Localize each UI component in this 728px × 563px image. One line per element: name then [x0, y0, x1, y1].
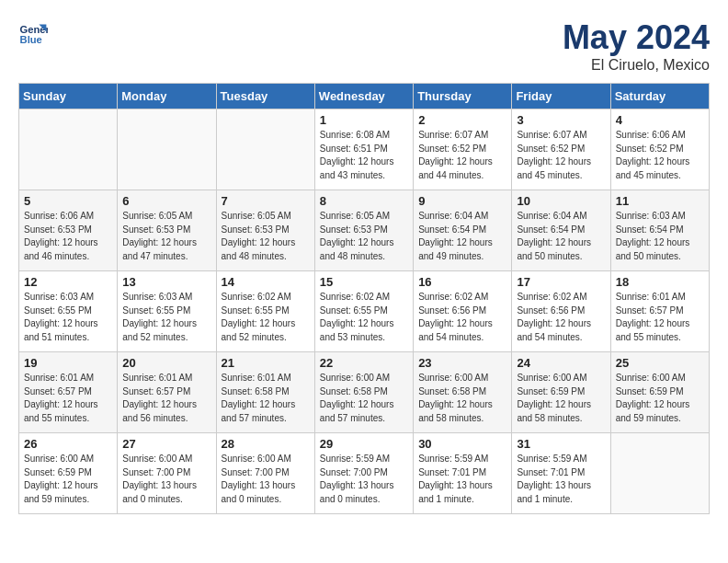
day-info: Sunrise: 6:01 AM Sunset: 6:58 PM Dayligh…	[222, 372, 310, 425]
calendar-cell: 1Sunrise: 6:08 AM Sunset: 6:51 PM Daylig…	[314, 109, 413, 190]
calendar-week: 12Sunrise: 6:03 AM Sunset: 6:55 PM Dayli…	[19, 271, 710, 352]
day-info: Sunrise: 6:01 AM Sunset: 6:57 PM Dayligh…	[24, 372, 112, 425]
calendar-cell: 4Sunrise: 6:06 AM Sunset: 6:52 PM Daylig…	[610, 109, 709, 190]
day-number: 31	[517, 437, 605, 451]
svg-text:Blue: Blue	[20, 34, 42, 45]
day-info: Sunrise: 6:06 AM Sunset: 6:52 PM Dayligh…	[616, 129, 704, 182]
calendar-week: 5Sunrise: 6:06 AM Sunset: 6:53 PM Daylig…	[19, 190, 710, 271]
weekday-header: Monday	[118, 84, 216, 109]
day-info: Sunrise: 6:05 AM Sunset: 6:53 PM Dayligh…	[122, 210, 210, 263]
weekday-header: Sunday	[19, 84, 118, 109]
day-number: 7	[222, 194, 310, 208]
day-number: 4	[616, 113, 704, 127]
day-info: Sunrise: 6:06 AM Sunset: 6:53 PM Dayligh…	[24, 210, 112, 263]
calendar-table: SundayMondayTuesdayWednesdayThursdayFrid…	[18, 83, 710, 514]
day-number: 8	[320, 194, 408, 208]
calendar-cell: 31Sunrise: 5:59 AM Sunset: 7:01 PM Dayli…	[512, 433, 610, 514]
calendar-cell: 9Sunrise: 6:04 AM Sunset: 6:54 PM Daylig…	[414, 190, 512, 271]
day-info: Sunrise: 6:03 AM Sunset: 6:55 PM Dayligh…	[122, 291, 210, 344]
day-info: Sunrise: 6:07 AM Sunset: 6:52 PM Dayligh…	[517, 129, 605, 182]
calendar-cell: 6Sunrise: 6:05 AM Sunset: 6:53 PM Daylig…	[118, 190, 216, 271]
calendar-cell	[610, 433, 709, 514]
day-number: 13	[122, 275, 210, 289]
day-number: 3	[517, 113, 605, 127]
day-number: 25	[616, 356, 704, 370]
weekday-header: Thursday	[414, 84, 512, 109]
day-info: Sunrise: 6:05 AM Sunset: 6:53 PM Dayligh…	[222, 210, 310, 263]
calendar-cell: 8Sunrise: 6:05 AM Sunset: 6:53 PM Daylig…	[314, 190, 413, 271]
calendar-cell: 21Sunrise: 6:01 AM Sunset: 6:58 PM Dayli…	[216, 352, 314, 433]
weekday-header: Tuesday	[216, 84, 314, 109]
calendar-cell: 26Sunrise: 6:00 AM Sunset: 6:59 PM Dayli…	[19, 433, 118, 514]
calendar-cell: 14Sunrise: 6:02 AM Sunset: 6:55 PM Dayli…	[216, 271, 314, 352]
calendar-cell: 3Sunrise: 6:07 AM Sunset: 6:52 PM Daylig…	[512, 109, 610, 190]
day-number: 24	[517, 356, 605, 370]
day-info: Sunrise: 6:00 AM Sunset: 7:00 PM Dayligh…	[222, 453, 310, 506]
day-info: Sunrise: 6:00 AM Sunset: 6:58 PM Dayligh…	[320, 372, 408, 425]
day-number: 14	[222, 275, 310, 289]
weekday-header: Wednesday	[314, 84, 413, 109]
calendar-cell: 28Sunrise: 6:00 AM Sunset: 7:00 PM Dayli…	[216, 433, 314, 514]
calendar-cell: 17Sunrise: 6:02 AM Sunset: 6:56 PM Dayli…	[512, 271, 610, 352]
day-info: Sunrise: 5:59 AM Sunset: 7:01 PM Dayligh…	[418, 453, 506, 506]
day-number: 10	[517, 194, 605, 208]
calendar-cell: 10Sunrise: 6:04 AM Sunset: 6:54 PM Dayli…	[512, 190, 610, 271]
calendar-cell: 15Sunrise: 6:02 AM Sunset: 6:55 PM Dayli…	[314, 271, 413, 352]
day-number: 18	[616, 275, 704, 289]
day-number: 22	[320, 356, 408, 370]
day-info: Sunrise: 6:01 AM Sunset: 6:57 PM Dayligh…	[122, 372, 210, 425]
logo-icon: General Blue	[18, 18, 48, 48]
day-info: Sunrise: 6:00 AM Sunset: 6:58 PM Dayligh…	[418, 372, 506, 425]
day-info: Sunrise: 6:03 AM Sunset: 6:55 PM Dayligh…	[24, 291, 112, 344]
day-number: 19	[24, 356, 112, 370]
day-number: 20	[122, 356, 210, 370]
day-info: Sunrise: 6:05 AM Sunset: 6:53 PM Dayligh…	[320, 210, 408, 263]
logo: General Blue	[18, 18, 48, 48]
day-number: 2	[418, 113, 506, 127]
calendar-cell: 22Sunrise: 6:00 AM Sunset: 6:58 PM Dayli…	[314, 352, 413, 433]
title-block: May 2024 El Ciruelo, Mexico	[563, 18, 710, 74]
calendar-cell: 30Sunrise: 5:59 AM Sunset: 7:01 PM Dayli…	[414, 433, 512, 514]
calendar-week: 19Sunrise: 6:01 AM Sunset: 6:57 PM Dayli…	[19, 352, 710, 433]
day-number: 30	[418, 437, 506, 451]
day-info: Sunrise: 6:02 AM Sunset: 6:55 PM Dayligh…	[222, 291, 310, 344]
day-number: 6	[122, 194, 210, 208]
calendar-week: 1Sunrise: 6:08 AM Sunset: 6:51 PM Daylig…	[19, 109, 710, 190]
day-info: Sunrise: 6:00 AM Sunset: 6:59 PM Dayligh…	[616, 372, 704, 425]
calendar-cell: 27Sunrise: 6:00 AM Sunset: 7:00 PM Dayli…	[118, 433, 216, 514]
day-number: 12	[24, 275, 112, 289]
calendar-cell: 19Sunrise: 6:01 AM Sunset: 6:57 PM Dayli…	[19, 352, 118, 433]
location: El Ciruelo, Mexico	[563, 57, 710, 74]
day-info: Sunrise: 6:07 AM Sunset: 6:52 PM Dayligh…	[418, 129, 506, 182]
weekday-header: Saturday	[610, 84, 709, 109]
calendar-cell: 24Sunrise: 6:00 AM Sunset: 6:59 PM Dayli…	[512, 352, 610, 433]
day-info: Sunrise: 6:00 AM Sunset: 7:00 PM Dayligh…	[122, 453, 210, 506]
calendar-cell: 25Sunrise: 6:00 AM Sunset: 6:59 PM Dayli…	[610, 352, 709, 433]
calendar-cell: 11Sunrise: 6:03 AM Sunset: 6:54 PM Dayli…	[610, 190, 709, 271]
day-info: Sunrise: 6:01 AM Sunset: 6:57 PM Dayligh…	[616, 291, 704, 344]
day-info: Sunrise: 5:59 AM Sunset: 7:01 PM Dayligh…	[517, 453, 605, 506]
day-number: 1	[320, 113, 408, 127]
day-info: Sunrise: 6:08 AM Sunset: 6:51 PM Dayligh…	[320, 129, 408, 182]
month-year: May 2024	[563, 18, 710, 57]
day-number: 21	[222, 356, 310, 370]
calendar-cell: 7Sunrise: 6:05 AM Sunset: 6:53 PM Daylig…	[216, 190, 314, 271]
calendar-cell: 23Sunrise: 6:00 AM Sunset: 6:58 PM Dayli…	[414, 352, 512, 433]
day-info: Sunrise: 6:03 AM Sunset: 6:54 PM Dayligh…	[616, 210, 704, 263]
day-info: Sunrise: 6:00 AM Sunset: 6:59 PM Dayligh…	[517, 372, 605, 425]
calendar-cell: 16Sunrise: 6:02 AM Sunset: 6:56 PM Dayli…	[414, 271, 512, 352]
calendar-cell: 5Sunrise: 6:06 AM Sunset: 6:53 PM Daylig…	[19, 190, 118, 271]
day-info: Sunrise: 6:00 AM Sunset: 6:59 PM Dayligh…	[24, 453, 112, 506]
day-info: Sunrise: 6:02 AM Sunset: 6:56 PM Dayligh…	[418, 291, 506, 344]
day-number: 9	[418, 194, 506, 208]
calendar-cell	[19, 109, 118, 190]
day-number: 26	[24, 437, 112, 451]
calendar-cell: 18Sunrise: 6:01 AM Sunset: 6:57 PM Dayli…	[610, 271, 709, 352]
calendar-cell	[216, 109, 314, 190]
day-number: 5	[24, 194, 112, 208]
calendar-cell: 2Sunrise: 6:07 AM Sunset: 6:52 PM Daylig…	[414, 109, 512, 190]
calendar-cell: 20Sunrise: 6:01 AM Sunset: 6:57 PM Dayli…	[118, 352, 216, 433]
page-header: General Blue May 2024 El Ciruelo, Mexico	[18, 18, 710, 74]
day-info: Sunrise: 6:02 AM Sunset: 6:55 PM Dayligh…	[320, 291, 408, 344]
day-info: Sunrise: 6:04 AM Sunset: 6:54 PM Dayligh…	[418, 210, 506, 263]
